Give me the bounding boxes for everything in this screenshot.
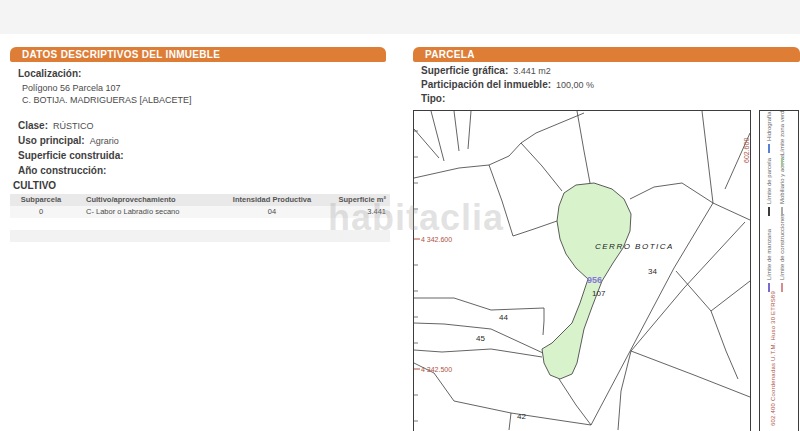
cell-superficie: 3.441	[332, 206, 390, 218]
page-top-band	[0, 0, 800, 34]
table-row-empty	[10, 218, 390, 230]
map-legend: 602.400 Coordenadas U.T.M. Huso 30 ETRS8…	[759, 110, 799, 431]
parcel-number-107: 107	[592, 289, 606, 298]
cell-intensidad: 04	[212, 206, 332, 218]
table-row-empty	[10, 242, 390, 254]
right-panel-header: PARCELA	[413, 47, 800, 62]
left-panel-header: DATOS DESCRIPTIVOS DEL INMUEBLE	[10, 47, 386, 62]
map-legend-band: 602.400 Coordenadas U.T.M. Huso 30 ETRS8…	[761, 111, 799, 430]
cultivo-table-header: Subparcela Cultivo/aprovechamiento Inten…	[10, 194, 390, 206]
col-subparcela: Subparcela	[10, 194, 72, 206]
field-participacion: Participación del inmueble:100,00 %	[421, 79, 594, 90]
cadastral-map: 4 342.600 4 342.500 602.600 CERRO BOTICA…	[413, 110, 751, 431]
legend-item-hidrografia: Hidrografía	[766, 111, 772, 153]
legend-dash	[768, 144, 770, 153]
parcel-number-34: 34	[648, 267, 657, 276]
col-intensidad: Intensidad Productiva	[212, 194, 332, 206]
field-superficie-construida: Superficie construida:	[18, 150, 129, 161]
legend-item-limite-construcciones: Límite de construcciones	[779, 214, 785, 292]
field-superficie-grafica: Superficie gráfica:3.441 m2	[421, 65, 551, 76]
parcel-number-45: 45	[476, 334, 485, 343]
table-row-empty	[10, 230, 390, 242]
cadastral-map-svg: 4 342.600 4 342.500 602.600 CERRO BOTICA…	[414, 111, 750, 431]
legend-item-limite-manzana: Límite de manzana	[766, 229, 772, 292]
cultivo-table: Subparcela Cultivo/aprovechamiento Inten…	[10, 194, 390, 254]
place-label: CERRO BOTICA	[595, 242, 674, 251]
legend-dash	[768, 207, 770, 216]
grid-label-y2: 4 342.500	[421, 366, 452, 373]
cell-cultivo: C- Labor o Labradío secano	[72, 206, 212, 218]
legend-coords-note: 602.400 Coordenadas U.T.M. Huso 30 ETRS8…	[770, 291, 776, 426]
cell-subparcela: 0	[10, 206, 72, 218]
legend-dash	[781, 207, 783, 216]
field-ano-construccion: Año construcción:	[18, 165, 111, 176]
parcel-number-42: 42	[517, 412, 526, 421]
legend-dash	[781, 283, 783, 292]
parcel-number-44: 44	[499, 313, 508, 322]
localizacion-line-1: Polígono 56 Parcela 107	[22, 83, 121, 93]
localizacion-line-2: C. BOTIJA. MADRIGUERAS [ALBACETE]	[22, 95, 192, 105]
table-row: 0 C- Labor o Labradío secano 04 3.441	[10, 206, 390, 218]
field-uso-principal: Uso principal:Agrario	[18, 135, 119, 146]
legend-item-limite-parcela: Límite de parcela	[766, 158, 772, 216]
localizacion-label: Localización:	[18, 68, 81, 79]
field-clase: Clase:RÚSTICO	[18, 120, 94, 131]
legend-item-zona-verde: Límite zona verde	[779, 110, 785, 167]
cultivo-title: CULTIVO	[13, 180, 56, 191]
col-superficie: Superficie m²	[332, 194, 390, 206]
masa-number: 956	[587, 275, 602, 285]
grid-label-x-top: 602.600	[743, 138, 750, 163]
legend-dash	[781, 158, 783, 167]
col-cultivo: Cultivo/aprovechamiento	[72, 194, 212, 206]
grid-label-y1: 4 342.600	[421, 236, 452, 243]
grid-ticks	[414, 131, 418, 421]
legend-dash	[768, 283, 770, 292]
field-tipo: Tipo:	[421, 93, 450, 104]
